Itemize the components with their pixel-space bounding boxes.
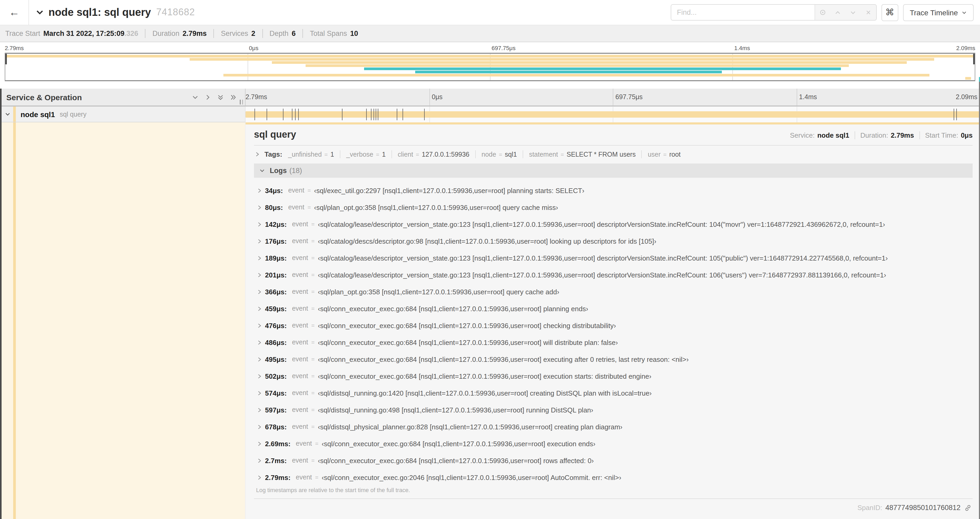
collapse-all-button[interactable]: [217, 94, 224, 101]
chevron-right-icon: [257, 458, 265, 463]
chevron-down-icon[interactable]: [5, 111, 13, 117]
ruler-tick-label: 697.75μs: [613, 93, 643, 101]
tags-row[interactable]: Tags: _unfinished = 1 _verbose = 1: [254, 145, 973, 163]
log-row[interactable]: 34μs: event = ‹sql/exec_util.go:2297 [ns…: [257, 182, 973, 199]
log-value: ‹sql/distsql_running.go:498 [nsql1,clien…: [318, 406, 593, 414]
log-row[interactable]: 495μs: event = ‹sql/conn_executor_exec.g…: [257, 351, 973, 367]
deep-link-icon[interactable]: [964, 504, 972, 511]
minimap-span-bar: [415, 71, 722, 73]
log-row[interactable]: 597μs: event = ‹sql/distsql_running.go:4…: [257, 401, 973, 418]
chevron-right-icon: [257, 289, 265, 295]
minimap-span-bar: [223, 74, 929, 77]
tag-item: client = 127.0.0.1:59936: [391, 150, 469, 158]
log-row[interactable]: 678μs: event = ‹sql/distsql_physical_pla…: [257, 418, 973, 435]
span-bar-cell[interactable]: [245, 107, 980, 122]
back-button[interactable]: ←: [0, 0, 29, 25]
log-row[interactable]: 366μs: event = ‹sql/plan_opt.go:358 [nsq…: [257, 283, 973, 300]
keyboard-shortcuts-button[interactable]: ⌘: [881, 4, 898, 21]
summary-value: 2.79ms: [183, 30, 207, 37]
chevron-right-icon: [257, 323, 265, 328]
prev-match-button[interactable]: [830, 5, 845, 20]
top-bar: ← node sql1: sql query 7418682: [0, 0, 980, 25]
next-match-button[interactable]: [845, 5, 861, 20]
summary-value: 10: [350, 30, 358, 37]
log-row[interactable]: 574μs: event = ‹sql/distsql_running.go:1…: [257, 385, 973, 401]
summary-item: Trace Start March 31 2022, 17:25:09 .326: [5, 30, 138, 37]
service-operation-title: Service & Operation: [6, 93, 192, 102]
focus-match-button[interactable]: [815, 5, 830, 20]
summary-value: 2: [251, 30, 255, 37]
find-input[interactable]: [671, 5, 814, 20]
trace-title-group[interactable]: node sql1: sql query 7418682: [36, 6, 195, 18]
log-row[interactable]: 476μs: event = ‹sql/conn_executor_exec.g…: [257, 317, 973, 334]
chevron-up-icon: [835, 9, 841, 16]
span-log-tick: [366, 109, 367, 120]
logs-header[interactable]: Logs (18): [254, 163, 973, 178]
ruler-gridline: [613, 89, 613, 105]
span-id-row: SpanID: 4877749850101760812: [254, 499, 973, 516]
collapse-one-button[interactable]: [192, 94, 199, 101]
log-row[interactable]: 2.7ms: event = ‹sql/conn_executor_exec.g…: [257, 452, 973, 469]
crosshair-icon: [819, 9, 826, 16]
log-timestamp: 502μs:: [265, 372, 286, 380]
double-chevron-down-icon: [217, 94, 224, 101]
log-row[interactable]: 502μs: event = ‹sql/conn_executor_exec.g…: [257, 367, 973, 385]
log-row[interactable]: 486μs: event = ‹sql/conn_executor_exec.g…: [257, 334, 973, 351]
span-detail-zone: sql query Service: node sql1 Duration: 2…: [0, 122, 980, 519]
log-row[interactable]: 201μs: event = ‹sql/catalog/lease/descri…: [257, 267, 973, 283]
equals-sign: =: [315, 474, 318, 481]
log-row[interactable]: 2.69ms: event = ‹sql/conn_executor_exec.…: [257, 435, 973, 452]
viewport-end-handle[interactable]: [973, 54, 975, 64]
log-value: ‹sql/catalog/lease/descriptor_version_st…: [318, 220, 885, 228]
log-value: ‹sql/plan_opt.go:358 [nsql1,client=127.0…: [314, 203, 558, 211]
detail-meta-item: Duration: 2.79ms: [854, 131, 914, 139]
equals-sign: =: [312, 238, 315, 244]
command-icon: ⌘: [885, 7, 894, 18]
log-row[interactable]: 189μs: event = ‹sql/catalog/lease/descri…: [257, 249, 973, 267]
viewport-start-handle[interactable]: [5, 54, 7, 64]
detail-meta-item: Start Time: 0μs: [919, 131, 973, 139]
chevron-right-icon: [257, 221, 265, 227]
chevron-right-icon: [257, 339, 265, 345]
service-operation-header: Service & Operation: [0, 89, 245, 105]
right-scrollbar[interactable]: [979, 77, 980, 519]
log-field-name: event: [292, 288, 308, 295]
log-row[interactable]: 80μs: event = ‹sql/plan_opt.go:358 [nsql…: [257, 199, 973, 216]
summary-item: Total Spans 10: [302, 29, 358, 38]
tag-key: _unfinished: [288, 150, 322, 158]
log-row[interactable]: 176μs: event = ‹sql/catalog/descs/descri…: [257, 233, 973, 249]
tag-item: node = sql1: [475, 150, 517, 158]
log-field-name: event: [292, 237, 308, 245]
span-log-tick: [374, 109, 374, 120]
span-duration-bar[interactable]: [245, 111, 980, 118]
column-resizer-grip[interactable]: [240, 100, 243, 104]
span-log-tick: [376, 109, 377, 120]
log-field-name: event: [296, 474, 312, 481]
expand-all-button[interactable]: [230, 94, 237, 101]
chevron-right-icon: [257, 238, 265, 244]
tag-item: statement = SELECT * FROM users: [523, 150, 636, 158]
log-timestamp: 189μs:: [265, 254, 286, 262]
log-row[interactable]: 459μs: event = ‹sql/conn_executor_exec.g…: [257, 300, 973, 317]
log-field-name: event: [288, 187, 304, 194]
clear-find-button[interactable]: ✕: [861, 5, 876, 20]
tag-value: root: [669, 150, 681, 158]
detail-header: sql query Service: node sql1 Duration: 2…: [254, 129, 973, 140]
span-name-cell[interactable]: node sql1 sql query: [0, 107, 245, 122]
log-row[interactable]: 142μs: event = ‹sql/catalog/lease/descri…: [257, 216, 973, 233]
view-selector-button[interactable]: Trace Timeline: [903, 4, 974, 21]
expand-one-button[interactable]: [204, 94, 211, 101]
log-row[interactable]: 2.79ms: event = ‹sql/conn_executor_exec.…: [257, 469, 973, 486]
service-color-stripe: [13, 107, 16, 122]
view-selector-label: Trace Timeline: [910, 8, 958, 17]
log-value: ‹sql/catalog/lease/descriptor_version_st…: [318, 271, 886, 279]
collapse-chevron-down-icon[interactable]: [36, 8, 44, 16]
timeline-header: Service & Operation 0μs697.75μs1.4ms2.09…: [0, 89, 980, 107]
logs-section: Logs (18) 34μs: event = ‹sql/exec_util.g…: [254, 163, 973, 499]
equals-sign: =: [312, 423, 315, 430]
chevron-right-icon: [257, 407, 265, 413]
equals-sign: =: [663, 151, 667, 157]
minimap-canvas[interactable]: [5, 53, 975, 81]
page-title: node sql1: sql query: [48, 6, 151, 18]
left-scrollbar[interactable]: [0, 89, 1, 519]
